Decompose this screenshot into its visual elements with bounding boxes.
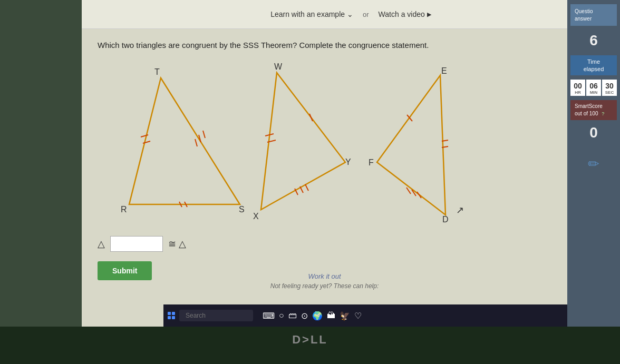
pencil-icon[interactable]: ✏ [588,156,599,172]
taskbar-icons: ⌨ ○ 🗃 ⊙ 🌍 🏔 🦅 ♡ [263,311,362,321]
taskbar: ⌨ ○ 🗃 ⊙ 🌍 🏔 🦅 ♡ ^ ⊙ ♦ ◫ [163,304,620,327]
label-F: F [369,158,374,167]
label-W: W [274,62,283,71]
questions-answered-box: Questio answer [570,4,617,26]
top-bar: Learn with an example ⌄ or Watch a video… [82,0,620,29]
taskbar-icon-6[interactable]: 🏔 [327,311,335,320]
label-Y: Y [345,158,351,166]
monitor-bottom: D>LL [0,327,620,364]
tick-wy-1 [309,114,313,121]
triangle-trs [129,78,240,204]
congruence-input[interactable] [110,236,163,252]
label-E: E [441,66,447,75]
monitor: Learn with an example ⌄ or Watch a video… [0,0,620,364]
work-it-out-link[interactable]: Work it out [82,272,567,280]
smart-score-number: 0 [570,124,617,141]
label-X: X [253,212,259,221]
tick-tr-1 [141,135,148,137]
triangle-symbol-left: △ [98,238,105,250]
smart-score-info-icon[interactable]: ? [602,111,604,116]
left-bezel [0,0,82,327]
screen: Learn with an example ⌄ or Watch a video… [82,0,620,327]
smart-score-text: SmartScore out of 100 [575,103,603,116]
taskbar-icon-7[interactable]: 🦅 [340,311,350,321]
taskbar-icon-3[interactable]: 🗃 [288,311,297,320]
dell-logo: D>LL [292,333,328,347]
watch-label: Watch a video [379,10,425,18]
taskbar-icon-8[interactable]: ♡ [354,311,362,321]
learn-link[interactable]: Learn with an example ⌄ [270,10,353,18]
tick-ts-3 [195,139,197,146]
tick-ts-2 [203,131,205,138]
question-text: Which two triangles are congruent by the… [98,40,456,52]
taskbar-icon-5[interactable]: 🌍 [312,311,323,321]
smart-score-label: SmartScore out of 100 ? [570,100,617,120]
tick-tr-2 [143,141,150,143]
tick-xy-3 [305,184,308,191]
triangle-efd [377,75,445,215]
label-R: R [121,205,127,214]
answer-area: △ ≅ △ [98,236,551,252]
or-text: or [363,11,369,18]
chevron-down-icon: ⌄ [347,10,353,18]
timer-seconds: 30 SEC [602,80,617,96]
label-S: S [239,205,245,214]
timer-minutes: 06 MIN [586,80,601,96]
tick-fd-3 [417,192,421,198]
taskbar-search[interactable] [179,310,253,321]
bottom-links: Work it out Not feeling ready yet? These… [82,272,567,290]
triangles-area: T R S W [98,62,493,225]
taskbar-icon-2[interactable]: ○ [279,311,284,320]
taskbar-icon-1[interactable]: ⌨ [263,311,275,321]
not-feeling-text: Not feeling ready yet? These can help: [82,282,567,290]
time-elapsed-text: Time elapsed [584,58,604,72]
watch-link[interactable]: Watch a video ▶ [379,10,431,18]
learn-label: Learn with an example [270,10,345,18]
time-elapsed-label: Time elapsed [570,55,617,76]
triangles-svg: T R S W [98,62,493,225]
start-button[interactable] [168,312,175,319]
congruent-symbol: ≅ △ [168,238,186,250]
questions-count: 6 [570,30,617,51]
right-panel: Questio answer 6 Time elapsed 00 HR 06 M… [567,0,620,327]
label-D: D [442,215,449,224]
play-icon: ▶ [427,11,431,18]
timer-box: 00 HR 06 MIN 30 SEC [570,80,617,96]
questions-answered-label: Questio answer [575,8,593,22]
label-T: T [154,67,160,76]
taskbar-icon-4[interactable]: ⊙ [301,311,308,321]
timer-hours: 00 HR [570,80,585,96]
